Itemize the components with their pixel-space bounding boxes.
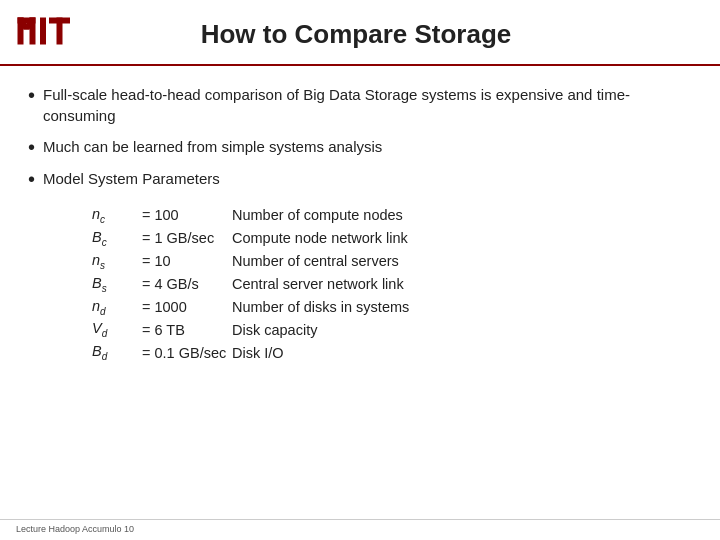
param-row-3: Bs= 4 GB/sCentral server network link (92, 273, 409, 296)
param-value-1: = 1 GB/sec (142, 227, 232, 250)
bullet-text-3: Model System Parameters (43, 168, 220, 189)
content-area: • Full-scale head-to-head comparison of … (0, 66, 720, 519)
param-description-5: Disk capacity (232, 318, 409, 341)
bullet-item-1: • Full-scale head-to-head comparison of … (28, 84, 688, 126)
param-symbol-5: Vd (92, 318, 142, 341)
parameters-section: nc= 100Number of compute nodesBc= 1 GB/s… (28, 204, 688, 364)
param-value-2: = 10 (142, 250, 232, 273)
param-row-0: nc= 100Number of compute nodes (92, 204, 409, 227)
param-value-0: = 100 (142, 204, 232, 227)
footer: Lecture Hadoop Accumulo 10 (0, 519, 720, 540)
param-symbol-0: nc (92, 204, 142, 227)
bullet-text-1: Full-scale head-to-head comparison of Bi… (43, 84, 688, 126)
param-value-6: = 0.1 GB/sec (142, 341, 232, 364)
bullet-dot-1: • (28, 84, 35, 106)
param-symbol-4: nd (92, 296, 142, 319)
param-description-2: Number of central servers (232, 250, 409, 273)
param-symbol-1: Bc (92, 227, 142, 250)
svg-rect-7 (57, 18, 63, 45)
bullet-item-2: • Much can be learned from simple system… (28, 136, 688, 158)
param-description-3: Central server network link (232, 273, 409, 296)
param-row-5: Vd= 6 TBDisk capacity (92, 318, 409, 341)
svg-rect-5 (40, 18, 46, 45)
param-symbol-2: ns (92, 250, 142, 273)
header: How to Compare Storage (0, 0, 720, 66)
param-description-1: Compute node network link (232, 227, 409, 250)
param-symbol-3: Bs (92, 273, 142, 296)
page-title: How to Compare Storage (76, 19, 696, 50)
param-description-4: Number of disks in systems (232, 296, 409, 319)
bullet-dot-2: • (28, 136, 35, 158)
parameters-table: nc= 100Number of compute nodesBc= 1 GB/s… (92, 204, 409, 364)
mit-logo (16, 12, 76, 56)
param-description-6: Disk I/O (232, 341, 409, 364)
param-symbol-6: Bd (92, 341, 142, 364)
param-row-2: ns= 10Number of central servers (92, 250, 409, 273)
param-value-5: = 6 TB (142, 318, 232, 341)
param-row-4: nd= 1000Number of disks in systems (92, 296, 409, 319)
param-description-0: Number of compute nodes (232, 204, 409, 227)
page: How to Compare Storage • Full-scale head… (0, 0, 720, 540)
footer-text: Lecture Hadoop Accumulo 10 (16, 524, 134, 534)
param-row-6: Bd= 0.1 GB/secDisk I/O (92, 341, 409, 364)
param-value-3: = 4 GB/s (142, 273, 232, 296)
param-value-4: = 1000 (142, 296, 232, 319)
bullet-text-2: Much can be learned from simple systems … (43, 136, 382, 157)
param-row-1: Bc= 1 GB/secCompute node network link (92, 227, 409, 250)
bullet-item-3: • Model System Parameters (28, 168, 688, 190)
bullet-dot-3: • (28, 168, 35, 190)
